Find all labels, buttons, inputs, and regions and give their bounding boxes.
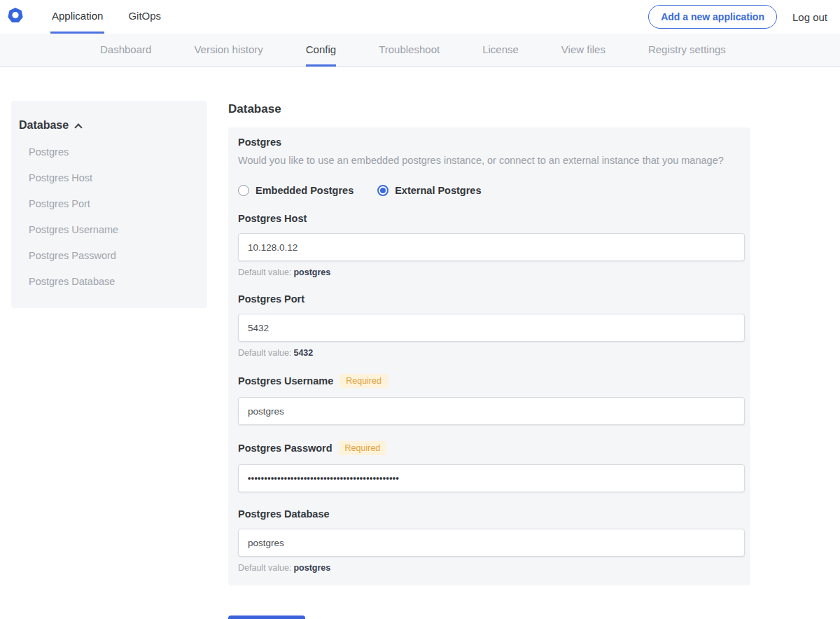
tab-registry-settings[interactable]: Registry settings bbox=[648, 34, 726, 67]
page-title: Database bbox=[228, 102, 750, 116]
radio-external-postgres[interactable]: External Postgres bbox=[377, 185, 481, 196]
field-label: Postgres Password bbox=[238, 443, 332, 454]
radio-unchecked-icon bbox=[238, 185, 249, 196]
field-label: Postgres Port bbox=[238, 293, 304, 305]
database-config-card: Postgres Would you like to use an embedd… bbox=[228, 127, 750, 585]
postgres-database-input[interactable] bbox=[238, 529, 745, 557]
postgres-port-input[interactable] bbox=[238, 314, 745, 342]
app-subnav: Dashboard Version history Config Trouble… bbox=[0, 34, 840, 67]
postgres-username-input[interactable] bbox=[238, 397, 745, 425]
logout-link[interactable]: Log out bbox=[792, 11, 827, 23]
sidebar-item-postgres-password[interactable]: Postgres Password bbox=[18, 250, 200, 261]
tab-config[interactable]: Config bbox=[306, 34, 336, 67]
tab-gitops[interactable]: GitOps bbox=[127, 0, 162, 34]
group-help-text: Would you like to use an embedded postgr… bbox=[238, 155, 743, 166]
default-value-hint: Default value:5432 bbox=[238, 348, 743, 358]
radio-label: Embedded Postgres bbox=[255, 185, 354, 196]
config-main: Database Postgres Would you like to use … bbox=[228, 101, 750, 619]
field-label: Postgres Username bbox=[238, 375, 333, 387]
save-config-button[interactable]: Save config bbox=[228, 615, 305, 619]
app-logo[interactable] bbox=[7, 0, 24, 34]
group-label-postgres: Postgres bbox=[238, 137, 743, 148]
postgres-mode-radio-group: Embedded Postgres External Postgres bbox=[238, 185, 743, 196]
logo-icon bbox=[7, 7, 24, 27]
radio-embedded-postgres[interactable]: Embedded Postgres bbox=[238, 185, 354, 196]
top-header: Application GitOps Add a new application… bbox=[0, 0, 840, 34]
postgres-host-input[interactable] bbox=[238, 233, 745, 261]
field-label: Postgres Host bbox=[238, 213, 307, 224]
radio-label: External Postgres bbox=[395, 185, 481, 196]
sidebar-group-database[interactable]: Database bbox=[18, 119, 200, 132]
field-postgres-username: Postgres Username Required bbox=[238, 374, 743, 425]
tab-view-files[interactable]: View files bbox=[561, 34, 606, 67]
tab-version-history[interactable]: Version history bbox=[194, 34, 262, 67]
required-badge: Required bbox=[340, 374, 388, 388]
sidebar-item-postgres-username[interactable]: Postgres Username bbox=[18, 224, 200, 235]
chevron-up-icon bbox=[74, 123, 82, 131]
postgres-password-input[interactable] bbox=[238, 464, 745, 492]
tab-troubleshoot[interactable]: Troubleshoot bbox=[379, 34, 440, 67]
header-actions: Add a new application Log out bbox=[648, 0, 840, 34]
field-postgres-port: Postgres Port Default value:5432 bbox=[238, 293, 743, 358]
sidebar-group-label: Database bbox=[19, 119, 69, 132]
tab-application[interactable]: Application bbox=[50, 0, 104, 34]
tab-license[interactable]: License bbox=[482, 34, 519, 67]
config-sidebar: Database Postgres Postgres Host Postgres… bbox=[11, 101, 207, 308]
sidebar-item-postgres[interactable]: Postgres bbox=[18, 146, 200, 158]
field-postgres-database: Postgres Database Default value:postgres bbox=[238, 508, 743, 573]
field-postgres-password: Postgres Password Required bbox=[238, 441, 743, 492]
default-value-hint: Default value:postgres bbox=[238, 563, 743, 573]
sidebar-item-postgres-database[interactable]: Postgres Database bbox=[18, 276, 200, 287]
required-badge: Required bbox=[339, 441, 387, 455]
default-value-hint: Default value:postgres bbox=[238, 267, 743, 277]
field-label: Postgres Database bbox=[238, 508, 330, 520]
config-content: Database Postgres Postgres Host Postgres… bbox=[0, 67, 840, 619]
sidebar-item-postgres-port[interactable]: Postgres Port bbox=[18, 198, 200, 209]
tab-dashboard[interactable]: Dashboard bbox=[100, 34, 151, 67]
field-postgres-host: Postgres Host Default value:postgres bbox=[238, 213, 743, 277]
sidebar-item-postgres-host[interactable]: Postgres Host bbox=[18, 172, 200, 183]
add-new-application-button[interactable]: Add a new application bbox=[648, 5, 777, 29]
radio-checked-icon bbox=[377, 185, 388, 196]
